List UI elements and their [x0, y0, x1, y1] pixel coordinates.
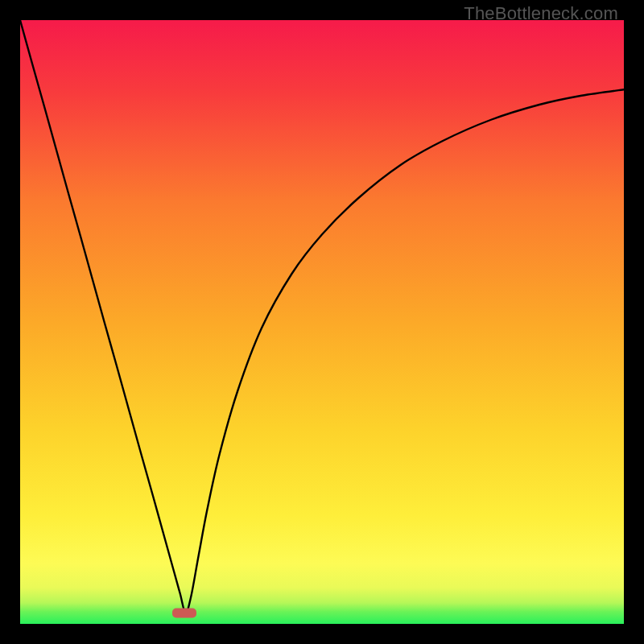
- watermark-text: TheBottleneck.com: [464, 3, 618, 24]
- gradient-background: [20, 20, 624, 624]
- bottleneck-chart: [20, 20, 624, 624]
- chart-frame: [20, 20, 624, 624]
- optimal-marker: [172, 609, 196, 618]
